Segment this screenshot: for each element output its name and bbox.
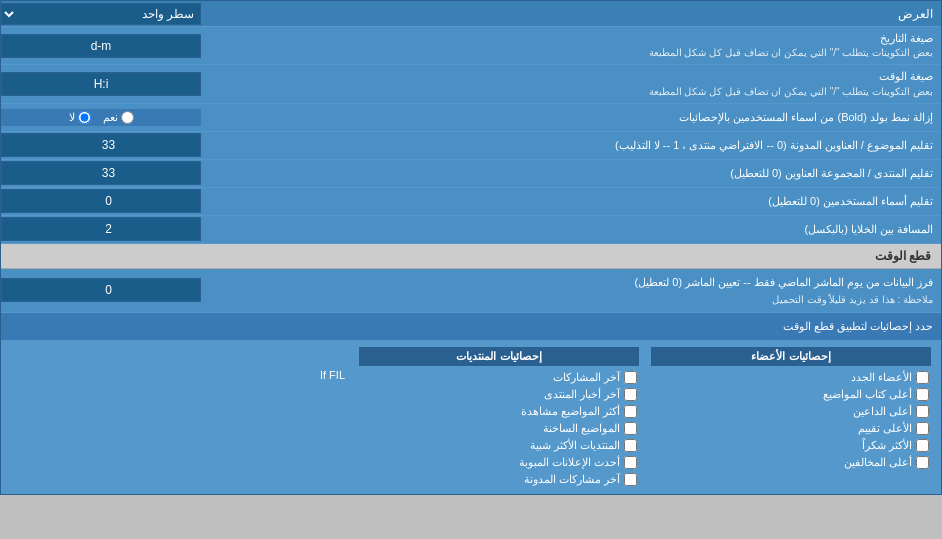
post-cb-1[interactable] <box>624 388 637 401</box>
posts-col-header: إحصائيات المنتديات <box>359 347 639 366</box>
bold-remove-label: إزالة نمط بولد (Bold) من اسماء المستخدمي… <box>201 107 941 128</box>
header-label: العرض <box>201 3 941 25</box>
cell-spacing-label: المسافة بين الخلايا (بالبكسل) <box>201 218 941 241</box>
bold-yes-label[interactable]: نعم <box>103 111 134 124</box>
header-select-wrapper[interactable]: سطر واحد سطران ثلاثة أسطر <box>1 3 201 25</box>
date-format-row: صيغة التاريخ بعض التكوينات يتطلب "/" الت… <box>1 27 941 65</box>
post-item-2: أكثر المواضيع مشاهدة <box>359 403 639 420</box>
date-format-input-wrapper[interactable] <box>1 34 201 58</box>
realtime-filter-row: فرز البيانات من يوم الماشر الماضي فقط --… <box>1 269 941 313</box>
topic-title-row: تقليم الموضوع / العناوين المدونة (0 -- ا… <box>1 132 941 160</box>
post-item-3: المواضيع الساخنة <box>359 420 639 437</box>
post-cb-5[interactable] <box>624 456 637 469</box>
time-format-input-wrapper[interactable] <box>1 72 201 96</box>
members-col-header: إحصائيات الأعضاء <box>651 347 931 366</box>
post-cb-0[interactable] <box>624 371 637 384</box>
posts-col: إحصائيات المنتديات آخر المشاركات آخر أخب… <box>353 345 645 490</box>
forum-group-row: تقليم المنتدى / المجموعة العناوين (0 للت… <box>1 160 941 188</box>
bold-yes-radio[interactable] <box>121 111 134 124</box>
member-item-4: الأكثر شكراً <box>651 437 931 454</box>
username-trim-label: تقليم أسماء المستخدمين (0 للتعطيل) <box>201 190 941 213</box>
realtime-filter-input[interactable] <box>6 281 196 299</box>
post-item-0: آخر المشاركات <box>359 369 639 386</box>
header-row: العرض سطر واحد سطران ثلاثة أسطر <box>1 1 941 27</box>
forum-group-input[interactable] <box>6 164 196 182</box>
limit-label: حدد إحصائيات لتطبيق قطع الوقت <box>1 316 941 337</box>
post-item-6: آخر مشاركات المدونة <box>359 471 639 488</box>
member-item-2: أعلى الداعين <box>651 403 931 420</box>
time-format-input[interactable] <box>6 75 196 93</box>
realtime-filter-label: فرز البيانات من يوم الماشر الماضي فقط --… <box>201 270 941 312</box>
member-item-3: الأعلى تقييم <box>651 420 931 437</box>
topic-title-input-wrapper[interactable] <box>1 133 201 157</box>
cell-spacing-input-wrapper[interactable] <box>1 217 201 241</box>
time-format-label: صيغة الوقت بعض التكوينات يتطلب "/" التي … <box>201 65 941 102</box>
post-item-5: أحدث الإعلانات المبوبة <box>359 454 639 471</box>
member-cb-3[interactable] <box>916 422 929 435</box>
post-cb-2[interactable] <box>624 405 637 418</box>
forum-group-input-wrapper[interactable] <box>1 161 201 185</box>
post-item-1: آخر أخبار المنتدى <box>359 386 639 403</box>
member-cb-4[interactable] <box>916 439 929 452</box>
limit-row: حدد إحصائيات لتطبيق قطع الوقت <box>1 313 941 341</box>
bottom-section: إحصائيات الأعضاء الأعضاء الجدد أعلى كتاب… <box>1 341 941 494</box>
display-select[interactable]: سطر واحد سطران ثلاثة أسطر <box>1 3 201 25</box>
member-cb-1[interactable] <box>916 388 929 401</box>
cell-spacing-row: المسافة بين الخلايا (بالبكسل) <box>1 216 941 244</box>
post-cb-3[interactable] <box>624 422 637 435</box>
username-trim-input-wrapper[interactable] <box>1 189 201 213</box>
post-cb-6[interactable] <box>624 473 637 486</box>
member-cb-5[interactable] <box>916 456 929 469</box>
member-item-0: الأعضاء الجدد <box>651 369 931 386</box>
right-col: If FIL <box>5 345 353 490</box>
bold-no-radio[interactable] <box>78 111 91 124</box>
checkbox-grid: إحصائيات الأعضاء الأعضاء الجدد أعلى كتاب… <box>5 345 937 490</box>
bold-remove-row: إزالة نمط بولد (Bold) من اسماء المستخدمي… <box>1 104 941 132</box>
date-format-label: صيغة التاريخ بعض التكوينات يتطلب "/" الت… <box>201 27 941 64</box>
realtime-section-header: قطع الوقت <box>1 244 941 269</box>
username-trim-row: تقليم أسماء المستخدمين (0 للتعطيل) <box>1 188 941 216</box>
member-item-1: أعلى كتاب المواضيع <box>651 386 931 403</box>
bold-no-label[interactable]: لا <box>69 111 91 124</box>
date-format-input[interactable] <box>6 37 196 55</box>
time-format-row: صيغة الوقت بعض التكوينات يتطلب "/" التي … <box>1 65 941 103</box>
post-item-4: المنتديات الأكثر شبية <box>359 437 639 454</box>
cell-spacing-input[interactable] <box>6 220 196 238</box>
main-container: العرض سطر واحد سطران ثلاثة أسطر صيغة الت… <box>0 0 942 495</box>
post-cb-4[interactable] <box>624 439 637 452</box>
members-col: إحصائيات الأعضاء الأعضاء الجدد أعلى كتاب… <box>645 345 937 490</box>
forum-group-label: تقليم المنتدى / المجموعة العناوين (0 للت… <box>201 162 941 185</box>
realtime-filter-input-wrapper[interactable] <box>1 278 201 302</box>
member-cb-0[interactable] <box>916 371 929 384</box>
if-fil-label: If FIL <box>11 367 347 383</box>
bold-remove-options: نعم لا <box>1 109 201 126</box>
topic-title-label: تقليم الموضوع / العناوين المدونة (0 -- ا… <box>201 134 941 157</box>
member-cb-2[interactable] <box>916 405 929 418</box>
topic-title-input[interactable] <box>6 136 196 154</box>
username-trim-input[interactable] <box>6 192 196 210</box>
member-item-5: أعلى المخالفين <box>651 454 931 471</box>
